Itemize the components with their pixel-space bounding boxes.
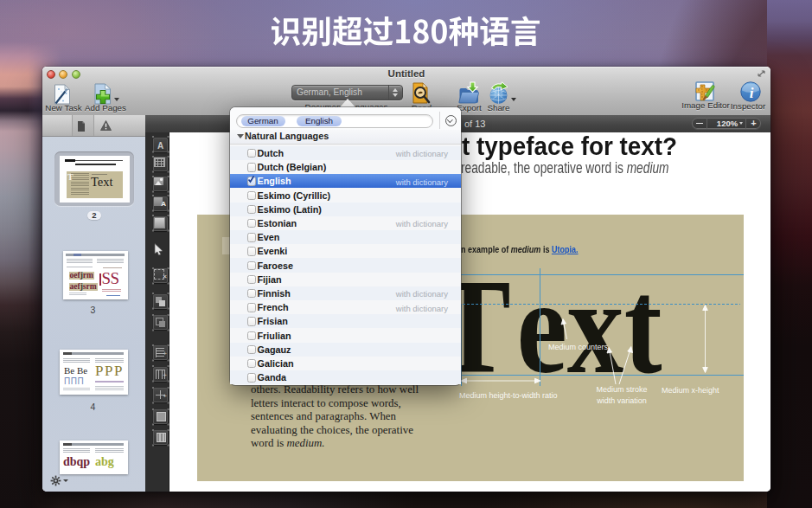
svg-text:i: i: [750, 85, 754, 101]
